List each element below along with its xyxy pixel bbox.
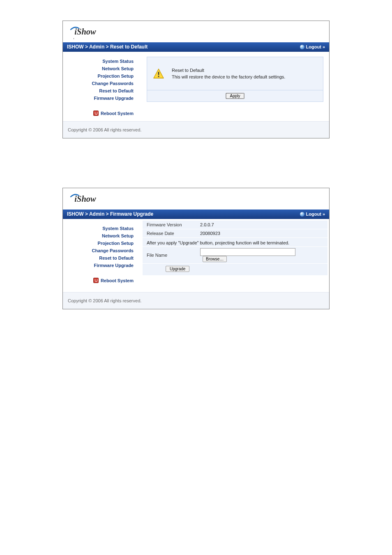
reboot-label: Reboot System <box>101 111 134 116</box>
reset-info-box: Reset to Default This will restore the d… <box>147 57 323 90</box>
sidebar-item-firmware-upgrade[interactable]: Firmware Upgrade <box>63 94 141 102</box>
file-name-input[interactable] <box>200 248 295 256</box>
sidebar-item-reboot-system[interactable]: Reboot System <box>63 276 141 284</box>
firmware-version-value: 2.0.0.7 <box>196 221 327 229</box>
panel-firmware-upgrade: iShow ISHOW > Admin > Firmware Upgrade L… <box>62 188 330 309</box>
sidebar: System Status Network Setup Projection S… <box>63 52 141 121</box>
release-date-label: Release Date <box>143 229 196 238</box>
logout-label: Logout » <box>306 212 325 216</box>
logout-link[interactable]: Logout » <box>300 212 325 216</box>
warning-icon <box>153 68 164 79</box>
sidebar-item-reboot-system[interactable]: Reboot System <box>63 109 141 117</box>
release-date-value: 20080923 <box>196 229 327 238</box>
power-icon <box>93 278 99 283</box>
reset-description: This will restore the device to the fact… <box>172 74 285 79</box>
sidebar-item-system-status[interactable]: System Status <box>63 58 141 65</box>
logo-bar: iShow <box>63 188 329 210</box>
breadcrumb-bar: ISHOW > Admin > Firmware Upgrade Logout … <box>63 210 329 219</box>
sidebar: System Status Network Setup Projection S… <box>63 219 141 292</box>
decorative-mark: , <box>73 35 74 39</box>
table-row: Release Date 20080923 <box>143 229 327 238</box>
power-icon <box>93 111 99 116</box>
content-area: Firmware Version 2.0.0.7 Release Date 20… <box>141 219 329 292</box>
panel-reset-to-default: iShow ISHOW > Admin > Reset to Default L… <box>62 21 330 138</box>
logout-icon <box>300 45 304 49</box>
firmware-info-table: Firmware Version 2.0.0.7 Release Date 20… <box>143 221 327 276</box>
sidebar-item-firmware-upgrade[interactable]: Firmware Upgrade <box>63 262 141 269</box>
apply-row: Apply <box>147 90 323 102</box>
sidebar-item-reset-to-default[interactable]: Reset to Default <box>63 254 141 262</box>
ishow-logo: iShow <box>68 191 106 206</box>
reset-title: Reset to Default <box>172 68 285 73</box>
svg-text:iShow: iShow <box>74 27 96 36</box>
table-row: File Name Browse… <box>143 247 327 264</box>
table-row: Upgrade <box>143 264 327 276</box>
svg-rect-2 <box>158 72 159 75</box>
upgrade-note: After you apply "Upgrade" button, projec… <box>143 238 327 247</box>
logout-label: Logout » <box>306 44 325 49</box>
reboot-label: Reboot System <box>101 278 134 283</box>
logout-link[interactable]: Logout » <box>300 44 325 49</box>
sidebar-item-reset-to-default[interactable]: Reset to Default <box>63 87 141 94</box>
upgrade-button[interactable]: Upgrade <box>166 266 189 272</box>
breadcrumb: ISHOW > Admin > Firmware Upgrade <box>67 211 153 217</box>
file-name-label: File Name <box>143 247 196 264</box>
breadcrumb-bar: ISHOW > Admin > Reset to Default Logout … <box>63 42 329 52</box>
apply-button[interactable]: Apply <box>226 93 244 99</box>
content-area: Reset to Default This will restore the d… <box>141 52 329 121</box>
sidebar-item-change-passwords[interactable]: Change Passwords <box>63 247 141 254</box>
logout-icon <box>300 212 304 216</box>
sidebar-item-change-passwords[interactable]: Change Passwords <box>63 80 141 87</box>
sidebar-item-network-setup[interactable]: Network Setup <box>63 65 141 72</box>
breadcrumb: ISHOW > Admin > Reset to Default <box>67 44 148 50</box>
table-row: Firmware Version 2.0.0.7 <box>143 221 327 229</box>
sidebar-item-network-setup[interactable]: Network Setup <box>63 232 141 240</box>
sidebar-item-projection-setup[interactable]: Projection Setup <box>63 72 141 80</box>
firmware-version-label: Firmware Version <box>143 221 196 229</box>
svg-point-3 <box>158 76 159 77</box>
footer: Copyright © 2006 All rights reserved. <box>63 292 329 309</box>
svg-text:iShow: iShow <box>74 194 96 203</box>
sidebar-item-projection-setup[interactable]: Projection Setup <box>63 240 141 247</box>
table-row: After you apply "Upgrade" button, projec… <box>143 238 327 247</box>
logo-bar: iShow <box>63 21 329 42</box>
browse-button[interactable]: Browse… <box>203 256 227 262</box>
footer: Copyright © 2006 All rights reserved. <box>63 121 329 138</box>
sidebar-item-system-status[interactable]: System Status <box>63 225 141 232</box>
